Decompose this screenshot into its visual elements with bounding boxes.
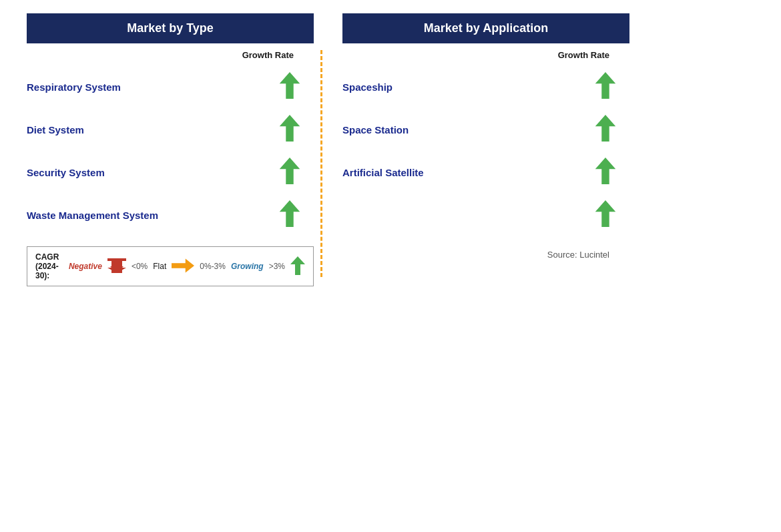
svg-rect-8 [172,263,187,268]
orange-right-arrow-icon [172,258,194,275]
legend-box: CAGR(2024-30): Negative <0% Flat [27,246,314,286]
right-up-arrow-2 [595,115,616,144]
right-up-arrow-4 [595,200,616,230]
source-text: Source: Lucintel [342,250,629,260]
legend-green-up-arrow-icon [290,256,305,277]
svg-marker-1 [280,115,300,142]
right-panel-title: Market by Application [342,13,629,43]
legend-negative-label: Negative [69,262,102,271]
svg-marker-11 [595,72,615,99]
svg-marker-3 [280,200,300,227]
right-row-1: Spaceship [342,65,629,108]
svg-marker-13 [595,158,615,184]
svg-marker-9 [186,258,194,272]
right-row-2: Space Station [342,108,629,151]
left-row-4: Waste Management System [27,194,314,236]
right-row-label-2: Space Station [342,124,516,136]
svg-marker-0 [280,72,300,99]
svg-marker-12 [595,115,615,142]
up-arrow-4 [279,200,300,230]
left-row-label-4: Waste Management System [27,210,200,221]
right-row-4 [342,194,629,236]
svg-marker-14 [595,200,615,227]
svg-rect-6 [111,258,122,268]
legend-flat-value: 0%-3% [200,262,226,271]
left-row-3: Security System [27,151,314,194]
right-panel: Market by Application Growth Rate Spaces… [342,13,629,260]
right-row-3: Artificial Satellite [342,151,629,194]
up-arrow-2 [279,115,300,144]
legend-negative-value: <0% [132,262,148,271]
up-arrow-3 [279,158,300,187]
right-growth-rate-label: Growth Rate [342,50,629,60]
svg-marker-7 [107,268,126,273]
left-panel: Market by Type Growth Rate Respiratory S… [27,13,314,286]
dashed-divider [320,50,322,277]
right-row-label-3: Artificial Satellite [342,167,516,178]
legend-cagr-label: CAGR(2024-30): [35,252,63,280]
red-down-arrow-icon [107,258,126,275]
svg-marker-2 [280,158,300,184]
left-panel-title: Market by Type [27,13,314,43]
legend-flat-label: Flat [153,262,166,271]
left-row-label-2: Diet System [27,124,200,136]
svg-marker-10 [290,256,305,275]
right-up-arrow-3 [595,158,616,187]
legend-growing-label: Growing [231,262,264,271]
right-row-label-1: Spaceship [342,81,516,93]
legend-growing-value: >3% [269,262,285,271]
right-up-arrow-1 [595,72,616,101]
up-arrow-1 [279,72,300,101]
left-row-label-3: Security System [27,167,200,178]
left-row-label-1: Respiratory System [27,81,200,93]
left-row-1: Respiratory System [27,65,314,108]
left-growth-rate-label: Growth Rate [27,50,314,60]
left-row-2: Diet System [27,108,314,151]
